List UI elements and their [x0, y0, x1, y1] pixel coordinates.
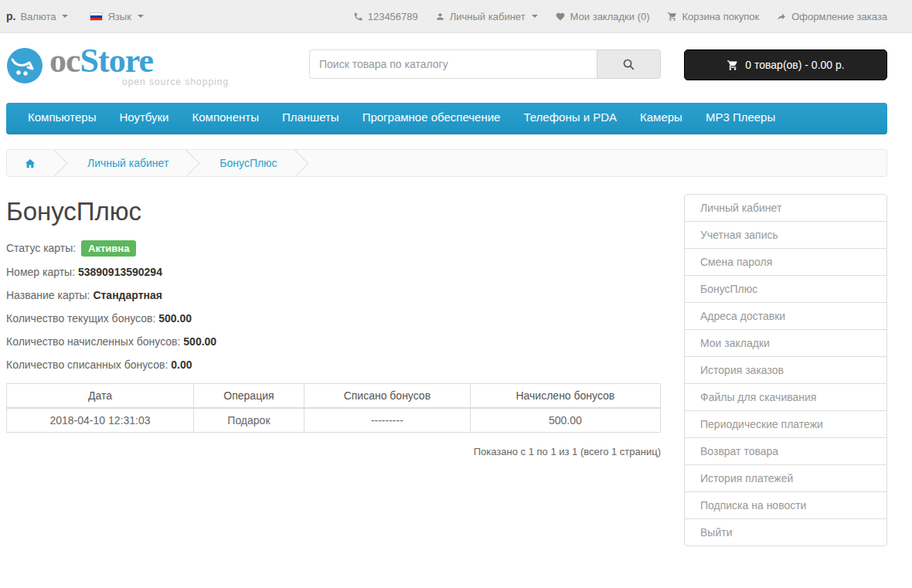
- cart-total-label: 0 товар(ов) - 0.00 р.: [745, 59, 844, 71]
- current-bonus-line: Количество текущих бонусов: 500.00: [6, 311, 661, 326]
- sidebar-item-addresses[interactable]: Адреса доставки: [684, 302, 887, 330]
- currency-dropdown[interactable]: р. Валюта: [6, 10, 68, 22]
- menu-item-phones[interactable]: Телефоны и PDA: [512, 103, 628, 131]
- menu-item-components[interactable]: Компоненты: [181, 103, 271, 131]
- card-name-value: Стандартная: [93, 289, 162, 301]
- chevron-down-icon: [138, 15, 144, 18]
- sidebar-item-order-history[interactable]: История заказов: [684, 356, 887, 384]
- chevron-down-icon: [62, 15, 68, 18]
- cell-operation: Подарок: [193, 408, 304, 433]
- table-header-row: Дата Операция Списано бонусов Начислено …: [7, 384, 661, 409]
- user-icon: [435, 12, 445, 22]
- menu-item-software[interactable]: Програмное обеспечение: [351, 103, 512, 131]
- logo-text: ocStore: [49, 44, 229, 78]
- breadcrumb-separator: [294, 150, 311, 176]
- search-bar: [309, 49, 661, 79]
- logo-tagline: open source shopping: [122, 76, 229, 87]
- cart-total-button[interactable]: 0 товар(ов) - 0.00 р.: [684, 49, 887, 80]
- chevron-down-icon: [532, 15, 538, 18]
- accrued-bonus-value: 500.00: [183, 335, 216, 348]
- card-number-line: Номер карты: 53890913590294: [6, 264, 661, 280]
- col-header-date: Дата: [7, 384, 194, 409]
- col-header-accrued: Начислено бонусов: [470, 384, 660, 409]
- accrued-bonus-line: Количество начисленных бонусов: 500.00: [6, 334, 661, 349]
- menu-item-computers[interactable]: Компьютеры: [16, 103, 107, 131]
- menu-item-cameras[interactable]: Камеры: [628, 103, 694, 131]
- spent-bonus-value: 0.00: [171, 359, 192, 371]
- sidebar-item-transactions[interactable]: История платежей: [684, 464, 887, 492]
- sidebar-item-edit-account[interactable]: Учетная запись: [684, 221, 887, 249]
- page-title: БонусПлюс: [6, 197, 661, 226]
- menu-item-laptops[interactable]: Ноутбуки: [107, 103, 180, 131]
- breadcrumb-separator: [53, 150, 70, 176]
- cell-spent: ---------: [304, 408, 470, 433]
- share-arrow-icon: [776, 12, 787, 22]
- pagination-summary: Показано с 1 по 1 из 1 (всего 1 страниц): [6, 446, 661, 457]
- bonus-history-table: Дата Операция Списано бонусов Начислено …: [6, 383, 661, 433]
- heart-icon: [555, 12, 566, 22]
- sidebar-item-downloads[interactable]: Файлы для скачивания: [684, 383, 887, 411]
- cart-link[interactable]: Корзина покупок: [667, 11, 760, 22]
- checkout-link[interactable]: Оформление заказа: [776, 11, 887, 22]
- current-bonus-value: 500.00: [158, 312, 192, 325]
- wishlist-link[interactable]: Мои закладки (0): [555, 11, 650, 22]
- menu-item-tablets[interactable]: Планшеты: [271, 103, 351, 131]
- site-header: ocStore open source shopping 0 товар(ов)…: [0, 33, 912, 101]
- card-status-line: Статус карты: Активна: [6, 240, 661, 257]
- sidebar-item-account[interactable]: Личный кабинет: [684, 194, 887, 222]
- spent-bonus-line: Количество списанных бонусов: 0.00: [6, 357, 661, 372]
- search-icon: [622, 58, 635, 71]
- main-content: БонусПлюс Статус карты: Активна Номер ка…: [6, 177, 661, 457]
- sidebar-item-bonusplus[interactable]: БонусПлюс: [684, 275, 887, 303]
- cart-icon: [727, 59, 739, 71]
- card-number-value: 53890913590294: [78, 266, 162, 278]
- table-row: 2018-04-10 12:31:03 Подарок --------- 50…: [7, 408, 661, 433]
- menu-item-mp3[interactable]: MP3 Плееры: [694, 103, 787, 131]
- account-sidebar: Личный кабинет Учетная запись Смена паро…: [684, 194, 887, 546]
- col-header-operation: Операция: [193, 384, 304, 409]
- top-bar: р. Валюта Язык 123456789 Личный кабинет: [0, 0, 912, 33]
- breadcrumb: Личный кабинет БонусПлюс: [6, 149, 887, 177]
- search-button[interactable]: [597, 49, 661, 79]
- currency-symbol: р.: [6, 10, 15, 22]
- status-badge: Активна: [81, 240, 136, 257]
- sidebar-item-wishlist[interactable]: Мои закладки: [684, 329, 887, 357]
- col-header-spent: Списано бонусов: [304, 384, 470, 409]
- cell-date: 2018-04-10 12:31:03: [7, 408, 194, 433]
- sidebar-item-newsletter[interactable]: Подписка на новости: [684, 491, 887, 519]
- card-name-line: Название карты: Стандартная: [6, 287, 661, 303]
- store-logo[interactable]: ocStore open source shopping: [6, 44, 309, 87]
- search-input[interactable]: [309, 49, 597, 79]
- home-icon: [24, 158, 36, 169]
- phone-number: 123456789: [353, 11, 418, 22]
- sidebar-item-recurring[interactable]: Периодические платежи: [684, 410, 887, 438]
- cart-icon: [667, 12, 678, 22]
- breadcrumb-separator: [185, 150, 202, 176]
- russian-flag-icon: [90, 12, 103, 21]
- phone-icon: [353, 12, 363, 22]
- account-dropdown[interactable]: Личный кабинет: [435, 11, 538, 22]
- language-dropdown[interactable]: Язык: [90, 11, 143, 22]
- sidebar-item-returns[interactable]: Возврат товара: [684, 437, 887, 465]
- main-menu: Компьютеры Ноутбуки Компоненты Планшеты …: [0, 103, 912, 134]
- language-label: Язык: [107, 11, 131, 22]
- topbar-left: р. Валюта Язык: [6, 10, 144, 22]
- logo-cart-icon: [6, 47, 43, 84]
- sidebar-item-password[interactable]: Смена пароля: [684, 248, 887, 276]
- cell-accrued: 500.00: [470, 408, 660, 433]
- currency-label: Валюта: [20, 11, 56, 22]
- breadcrumb-account[interactable]: Личный кабинет: [70, 150, 185, 176]
- sidebar-item-logout[interactable]: Выйти: [684, 518, 887, 546]
- topbar-right: 123456789 Личный кабинет Мои закладки (0…: [353, 11, 887, 22]
